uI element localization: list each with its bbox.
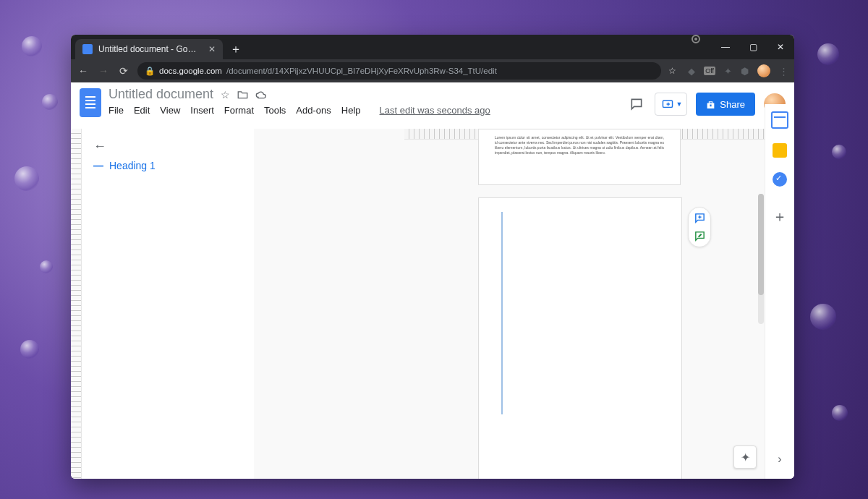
back-button[interactable]: ← bbox=[77, 65, 90, 77]
explore-button[interactable]: ✦ bbox=[733, 445, 757, 469]
url-host: docs.google.com bbox=[159, 67, 222, 75]
reload-button[interactable]: ⟳ bbox=[117, 65, 130, 77]
page-1[interactable]: Lorem ipsum dolor sit amet, consectetur … bbox=[478, 129, 681, 185]
calendar-icon[interactable] bbox=[771, 111, 788, 129]
workspace: ← — Heading 1 Lorem ipsum dolor sit amet… bbox=[71, 129, 765, 479]
menu-addons[interactable]: Add-ons bbox=[296, 105, 331, 116]
lock-icon: 🔒 bbox=[145, 66, 155, 76]
hide-sidepanel-icon[interactable]: › bbox=[778, 453, 781, 466]
keep-icon[interactable] bbox=[773, 143, 787, 158]
menu-insert[interactable]: Insert bbox=[190, 105, 214, 116]
menu-help[interactable]: Help bbox=[341, 105, 361, 116]
document-outline: ← — Heading 1 bbox=[82, 129, 254, 479]
page-2[interactable] bbox=[478, 197, 682, 479]
browser-window: Untitled document - Google Docs ✕ ＋ — ▢ … bbox=[71, 35, 794, 479]
tab-search-icon[interactable] bbox=[692, 35, 700, 43]
bookmark-star-icon[interactable]: ☆ bbox=[668, 66, 676, 76]
share-button[interactable]: Share bbox=[696, 93, 755, 116]
share-label: Share bbox=[720, 99, 745, 110]
ext-icon-2[interactable]: Off bbox=[704, 67, 715, 75]
vertical-ruler bbox=[71, 129, 82, 479]
add-addon-icon[interactable]: ＋ bbox=[773, 207, 787, 226]
scrollbar[interactable] bbox=[758, 194, 764, 324]
new-tab-button[interactable]: ＋ bbox=[227, 40, 244, 58]
docs-header: Untitled document ☆ File Edit View Inser… bbox=[71, 82, 794, 129]
outline-heading-label: Heading 1 bbox=[109, 160, 156, 171]
minimize-button[interactable]: — bbox=[712, 35, 739, 59]
outline-collapse-icon[interactable]: — bbox=[93, 160, 103, 171]
profile-avatar-browser[interactable] bbox=[757, 64, 770, 77]
menu-file[interactable]: File bbox=[109, 105, 124, 116]
extensions-icon[interactable]: ✦ bbox=[724, 66, 732, 77]
outline-item[interactable]: — Heading 1 bbox=[93, 160, 242, 171]
page1-body-text: Lorem ipsum dolor sit amet, consectetur … bbox=[495, 135, 664, 155]
svg-rect-1 bbox=[710, 105, 712, 107]
address-bar[interactable]: 🔒 docs.google.com/document/d/14XPijxzVHU… bbox=[137, 62, 661, 80]
close-window-button[interactable]: ✕ bbox=[767, 35, 794, 59]
star-icon[interactable]: ☆ bbox=[221, 89, 230, 101]
outline-close-icon[interactable]: ← bbox=[93, 139, 106, 154]
ext-icon-3[interactable]: ⬢ bbox=[741, 66, 749, 77]
tab-favicon bbox=[82, 44, 93, 54]
extension-icons: ◆ Off ✦ ⬢ ⋮ bbox=[684, 64, 788, 77]
tab-close-icon[interactable]: ✕ bbox=[208, 44, 216, 54]
text-cursor bbox=[501, 212, 503, 414]
canvas[interactable]: Lorem ipsum dolor sit amet, consectetur … bbox=[254, 129, 765, 479]
ext-icon-1[interactable]: ◆ bbox=[688, 66, 695, 77]
browser-menu-icon[interactable]: ⋮ bbox=[779, 66, 788, 77]
document-title[interactable]: Untitled document bbox=[109, 87, 213, 102]
margin-actions bbox=[688, 207, 711, 247]
last-edit-link[interactable]: Last edit was seconds ago bbox=[380, 105, 490, 116]
menu-tools[interactable]: Tools bbox=[264, 105, 286, 116]
tasks-icon[interactable] bbox=[773, 172, 787, 187]
move-icon[interactable] bbox=[237, 90, 248, 99]
browser-toolbar: ← → ⟳ 🔒 docs.google.com/document/d/14XPi… bbox=[71, 59, 794, 82]
docs-logo[interactable] bbox=[80, 88, 101, 117]
present-button[interactable]: ▼ bbox=[655, 93, 687, 116]
comment-history-button[interactable] bbox=[627, 95, 646, 114]
forward-button[interactable]: → bbox=[97, 65, 110, 77]
menu-edit[interactable]: Edit bbox=[134, 105, 150, 116]
maximize-button[interactable]: ▢ bbox=[739, 35, 767, 59]
browser-tab[interactable]: Untitled document - Google Docs ✕ bbox=[75, 39, 223, 59]
side-panel: ＋ › bbox=[765, 104, 794, 479]
window-controls: — ▢ ✕ bbox=[689, 35, 794, 59]
suggest-edits-margin-button[interactable] bbox=[694, 230, 706, 242]
url-path: /document/d/14XPijxzVHUUCpl_BI7eDHjXyFeX… bbox=[226, 67, 497, 75]
menu-bar: File Edit View Insert Format Tools Add-o… bbox=[109, 105, 490, 116]
cloud-status-icon[interactable] bbox=[255, 90, 267, 99]
tab-title: Untitled document - Google Docs bbox=[98, 44, 200, 54]
add-comment-margin-button[interactable] bbox=[694, 212, 706, 224]
menu-format[interactable]: Format bbox=[224, 105, 254, 116]
menu-view[interactable]: View bbox=[160, 105, 180, 116]
scrollbar-thumb[interactable] bbox=[758, 194, 764, 295]
titlebar: Untitled document - Google Docs ✕ ＋ — ▢ … bbox=[71, 35, 794, 59]
